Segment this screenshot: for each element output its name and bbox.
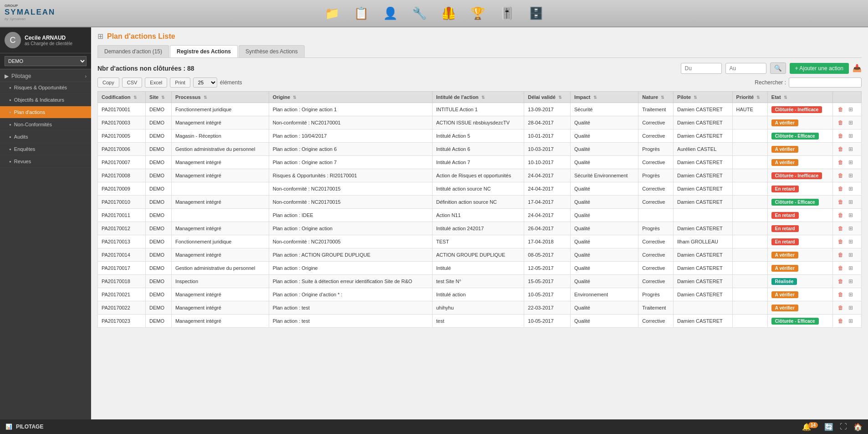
edit-row-button[interactable]: ⊞ [847,158,855,166]
col-nature[interactable]: Nature ⇅ [638,92,674,103]
notification-icon[interactable]: 🔔14 [802,423,818,431]
tab-synthese[interactable]: Synthèse des Actions [239,45,305,57]
sidebar-item-plan-actions[interactable]: ● Plan d'actions [0,106,91,119]
copy-button[interactable]: Copy [97,78,119,88]
col-priorite[interactable]: Priorité ⇅ [732,92,767,103]
delete-row-button[interactable]: 🗑 [837,119,845,127]
col-etat[interactable]: Etat ⇅ [767,92,832,103]
cell-origine: Non-conformité : NC20170005 [269,235,432,248]
cell-delai: 12-05-2017 [524,262,571,275]
delete-row-button[interactable]: 🗑 [837,132,845,140]
sidebar-item-risques[interactable]: ● Risques & Opportunités [0,82,91,94]
col-processus[interactable]: Processus ⇅ [171,92,269,103]
delete-row-button[interactable]: 🗑 [837,171,845,180]
col-site[interactable]: Site ⇅ [146,92,172,103]
print-button[interactable]: Print [170,78,190,88]
edit-row-button[interactable]: ⊞ [847,119,855,127]
cell-pilote [674,301,733,315]
add-action-button[interactable]: + Ajouter une action [790,63,849,74]
search-input[interactable] [789,78,862,88]
delete-row-button[interactable]: 🗑 [837,264,845,272]
demo-select[interactable]: DEMO [5,56,87,66]
delete-row-button[interactable]: 🗑 [837,224,845,232]
edit-row-button[interactable]: ⊞ [847,264,855,272]
nav-icon-user[interactable]: 👤 [380,3,400,23]
edit-row-button[interactable]: ⊞ [847,185,855,193]
col-intitule[interactable]: Intitulé de l'action ⇅ [432,92,524,103]
col-delai[interactable]: Délai validé ⇅ [524,92,571,103]
cell-impact: Qualité [571,301,638,315]
edit-row-button[interactable]: ⊞ [847,132,855,140]
edit-row-button[interactable]: ⊞ [847,290,855,299]
cell-etat: En retard [767,222,832,235]
edit-row-button[interactable]: ⊞ [847,251,855,259]
edit-row-button[interactable]: ⊞ [847,198,855,206]
cell-etat: A vérifier [767,248,832,262]
nav-icon-tools[interactable]: 🔧 [409,3,429,23]
bullet-icon: ● [9,160,11,164]
excel-button[interactable]: Excel [145,78,167,88]
cell-etat: Réalisée [767,275,832,288]
csv-button[interactable]: CSV [122,78,143,88]
home-icon[interactable]: 🏠 [853,423,863,431]
nav-icon-safety[interactable]: 🦺 [439,3,459,23]
nav-icon-database[interactable]: 🗄️ [526,3,546,23]
cell-impact: Sécurité [571,103,638,116]
edit-row-button[interactable]: ⊞ [847,105,855,114]
sidebar-item-revues[interactable]: ● Revues [0,155,91,168]
date-to-input[interactable] [725,63,766,74]
demo-selector[interactable]: DEMO [0,53,91,69]
edit-row-button[interactable]: ⊞ [847,211,855,219]
cell-origine: Non-conformité : NC20170015 [269,196,432,209]
sidebar-item-enquetes[interactable]: ● Enquêtes [0,143,91,155]
col-pilote[interactable]: Pilote ⇅ [674,92,733,103]
cell-nature: Progrès [638,288,674,301]
date-search-button[interactable]: 🔍 [770,62,786,74]
sidebar-item-objectifs[interactable]: ● Objectifs & Indicateurs [0,94,91,106]
search-bar: Rechercher : [755,78,862,88]
sidebar-item-non-conformites[interactable]: ● Non-Conformités [0,119,91,131]
per-page-select[interactable]: 2550100 [193,78,217,88]
elements-label: éléments [220,79,242,86]
tab-demandes[interactable]: Demandes d'action (15) [97,45,169,57]
cell-impact: Qualité [571,315,638,328]
col-impact[interactable]: Impact ⇅ [571,92,638,103]
sidebar-item-pilotage[interactable]: ▶ Pilotage › [0,69,91,82]
edit-row-button[interactable]: ⊞ [847,304,855,312]
edit-row-button[interactable]: ⊞ [847,238,855,246]
edit-row-button[interactable]: ⊞ [847,317,855,325]
nav-icon-sliders[interactable]: 🎚️ [497,3,517,23]
delete-row-button[interactable]: 🗑 [837,290,845,299]
edit-row-button[interactable]: ⊞ [847,171,855,180]
delete-row-button[interactable]: 🗑 [837,238,845,246]
delete-row-button[interactable]: 🗑 [837,251,845,259]
delete-row-button[interactable]: 🗑 [837,158,845,166]
edit-row-button[interactable]: ⊞ [847,277,855,285]
refresh-icon[interactable]: 🔄 [824,423,833,431]
table-row: PA20170023DEMOManagement intégréPlan act… [98,315,862,328]
export-icon[interactable]: 📥 [853,64,862,72]
expand-icon[interactable]: ⛶ [840,423,847,431]
col-codification[interactable]: Codification ⇅ [98,92,146,103]
delete-row-button[interactable]: 🗑 [837,198,845,206]
delete-row-button[interactable]: 🗑 [837,211,845,219]
edit-row-button[interactable]: ⊞ [847,145,855,153]
nav-icon-folder[interactable]: 📁 [322,3,342,23]
delete-row-button[interactable]: 🗑 [837,105,845,114]
delete-row-button[interactable]: 🗑 [837,304,845,312]
delete-row-button[interactable]: 🗑 [837,317,845,325]
cell-site: DEMO [146,182,172,196]
col-origine[interactable]: Origine ⇅ [269,92,432,103]
delete-row-button[interactable]: 🗑 [837,277,845,285]
tab-registre[interactable]: Registre des Actions [170,45,238,57]
nav-icon-clipboard[interactable]: 📋 [351,3,371,23]
delete-row-button[interactable]: 🗑 [837,185,845,193]
status-badge: Réalisée [771,278,797,285]
cell-etat: A vérifier [767,156,832,169]
nav-icon-trophy[interactable]: 🏆 [468,3,488,23]
date-from-input[interactable] [681,63,722,74]
edit-row-button[interactable]: ⊞ [847,224,855,232]
delete-row-button[interactable]: 🗑 [837,145,845,153]
status-badge: En retard [771,225,799,232]
sidebar-item-audits[interactable]: ● Audits [0,131,91,143]
